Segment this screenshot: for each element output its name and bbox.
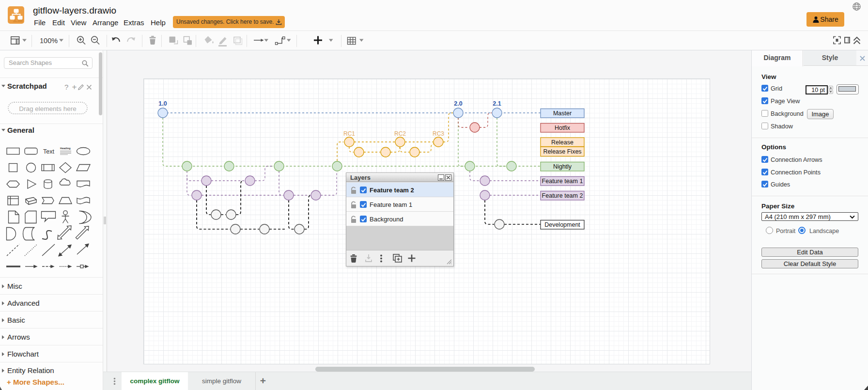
svg-text:Release: Release: [551, 139, 574, 146]
svg-text:100%: 100%: [40, 37, 58, 45]
svg-text:Feature team 2: Feature team 2: [542, 192, 583, 199]
svg-text:Feature team 1: Feature team 1: [542, 178, 583, 185]
svg-text:Nightly: Nightly: [553, 163, 572, 170]
svg-text:1.0: 1.0: [158, 100, 167, 107]
svg-text:Hotfix: Hotfix: [555, 125, 571, 131]
svg-text:Development: Development: [544, 221, 580, 228]
svg-text:2.1: 2.1: [493, 100, 501, 107]
svg-text:Heading: Heading: [60, 147, 71, 150]
svg-text:RC1: RC1: [343, 130, 355, 137]
svg-text:RC3: RC3: [433, 130, 444, 137]
svg-text:Text: Text: [43, 148, 54, 155]
svg-text:2.0: 2.0: [454, 100, 462, 107]
svg-text:RC2: RC2: [394, 130, 406, 137]
svg-text:Master: Master: [553, 110, 572, 117]
svg-text:Release Fixes: Release Fixes: [543, 148, 581, 155]
